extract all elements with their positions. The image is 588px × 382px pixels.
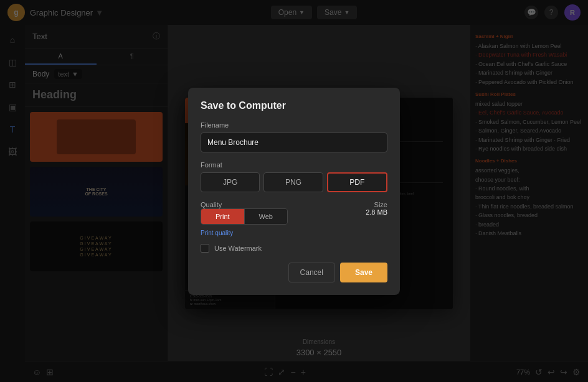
filename-label: Filename: [201, 121, 387, 129]
quality-size-row: Quality Print Web Size 2.8 MB: [201, 201, 387, 227]
watermark-checkbox[interactable]: [201, 244, 209, 253]
size-value: 2.8 MB: [366, 208, 387, 216]
quality-buttons: Print Web: [201, 208, 288, 225]
save-to-computer-modal: Save to Computer Filename Format JPG PNG…: [188, 88, 400, 295]
format-pdf-button[interactable]: PDF: [327, 172, 387, 192]
quality-label: Quality: [201, 201, 288, 208]
quality-web-button[interactable]: Web: [245, 209, 288, 224]
filename-input[interactable]: [201, 133, 387, 152]
modal-save-button[interactable]: Save: [340, 263, 387, 282]
size-label: Size: [366, 201, 387, 208]
cancel-button[interactable]: Cancel: [288, 263, 335, 282]
format-options: JPG PNG PDF: [201, 172, 387, 192]
quality-print-button[interactable]: Print: [201, 209, 245, 224]
modal-footer: Cancel Save: [201, 263, 387, 282]
modal-title: Save to Computer: [201, 100, 387, 111]
print-quality-link[interactable]: Print quality: [201, 230, 387, 236]
watermark-label: Use Watermark: [214, 245, 262, 252]
watermark-row: Use Watermark: [201, 244, 387, 253]
format-jpg-button[interactable]: JPG: [201, 172, 260, 192]
format-label: Format: [201, 161, 387, 169]
modal-backdrop: Save to Computer Filename Format JPG PNG…: [0, 0, 588, 382]
format-png-button[interactable]: PNG: [263, 172, 323, 192]
